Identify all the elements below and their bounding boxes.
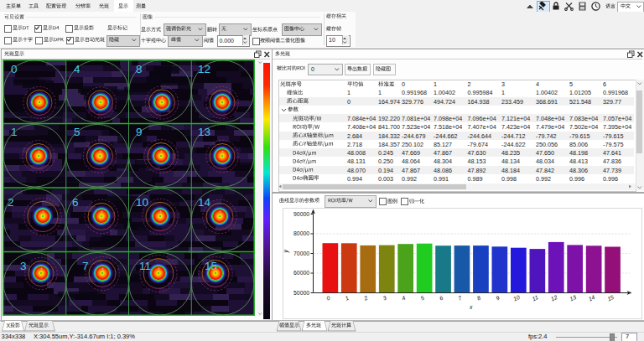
svg-text:10: 10: [136, 196, 148, 209]
svg-text:0: 0: [11, 63, 18, 75]
svg-text:9: 9: [495, 295, 501, 302]
svg-text:5: 5: [74, 126, 80, 138]
svg-text:90000: 90000: [293, 211, 309, 217]
svg-text:70000: 70000: [293, 251, 309, 256]
svg-text:2: 2: [362, 295, 368, 302]
svg-text:5: 5: [419, 295, 425, 302]
svg-text:12: 12: [198, 63, 210, 75]
svg-text:3: 3: [382, 295, 387, 302]
svg-text:8: 8: [476, 295, 482, 302]
svg-text:1: 1: [11, 126, 18, 138]
svg-text:14: 14: [198, 196, 211, 209]
svg-text:15: 15: [606, 294, 615, 302]
svg-text:6: 6: [439, 295, 444, 302]
svg-text:2: 2: [8, 196, 14, 209]
svg-text:80000: 80000: [293, 230, 309, 236]
svg-text:7: 7: [82, 260, 89, 272]
svg-text:11: 11: [139, 260, 151, 272]
svg-text:6: 6: [72, 196, 79, 209]
svg-text:x: x: [469, 304, 473, 310]
svg-text:60000: 60000: [293, 270, 309, 276]
svg-text:13: 13: [569, 294, 577, 302]
svg-text:11: 11: [532, 294, 540, 302]
svg-text:3: 3: [20, 260, 27, 272]
svg-text:0: 0: [325, 295, 331, 302]
svg-text:10: 10: [512, 294, 521, 302]
svg-text:y: y: [283, 250, 289, 254]
svg-text:1: 1: [345, 295, 351, 302]
svg-text:50000: 50000: [293, 290, 309, 296]
svg-text:4: 4: [401, 295, 407, 302]
svg-text:13: 13: [198, 126, 210, 138]
svg-text:4: 4: [74, 63, 80, 75]
svg-text:14: 14: [588, 294, 596, 302]
svg-text:15: 15: [205, 260, 217, 272]
svg-text:8: 8: [136, 63, 143, 75]
svg-text:7: 7: [457, 295, 463, 302]
svg-text:9: 9: [136, 126, 143, 138]
svg-text:12: 12: [550, 294, 558, 302]
